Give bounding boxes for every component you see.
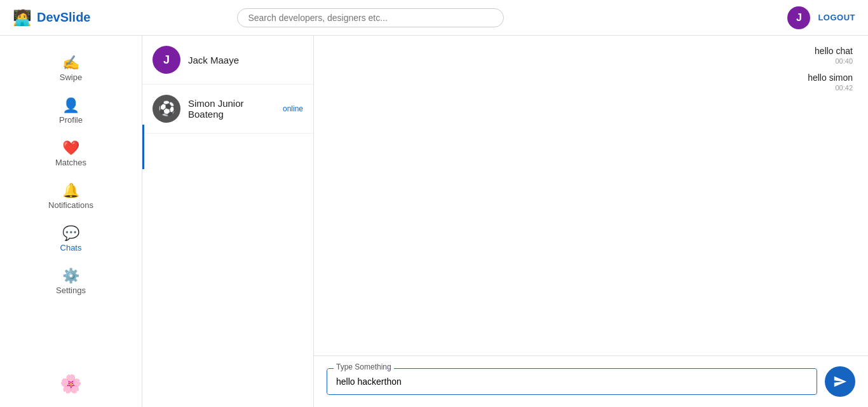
logo-icon: 🧑‍💻: [13, 9, 32, 27]
profile-icon: 👤: [62, 97, 79, 114]
notifications-icon: 🔔: [62, 183, 79, 199]
message-text-2: hello simon: [808, 72, 853, 83]
online-badge: online: [283, 104, 303, 113]
swipe-icon: ✍️: [62, 55, 79, 71]
sidebar-item-matches[interactable]: ❤️ Matches: [0, 131, 142, 174]
sidebar-item-label-matches: Matches: [55, 158, 86, 167]
logo-text: DevSlide: [37, 10, 90, 25]
sidebar-bottom: 🌸: [0, 373, 142, 407]
sidebar-item-notifications[interactable]: 🔔 Notifications: [0, 174, 142, 216]
chat-input-area: Type Something: [314, 355, 868, 407]
send-icon: [833, 375, 847, 389]
message-time-2: 00:42: [835, 84, 853, 92]
sidebar-item-settings[interactable]: ⚙️ Settings: [0, 259, 142, 301]
app-header: 🧑‍💻 DevSlide J LOGOUT: [0, 0, 868, 36]
sidebar-item-label-settings: Settings: [56, 286, 86, 295]
search-container: [237, 8, 504, 27]
chat-list-item-jack[interactable]: J Jack Maaye: [142, 36, 313, 85]
sidebar: ✍️ Swipe 👤 Profile ❤️ Matches 🔔 Notifica…: [0, 36, 142, 407]
logout-button[interactable]: LOGOUT: [818, 13, 855, 22]
header-right: J LOGOUT: [787, 6, 855, 29]
message-group-2: hello simon 00:42: [329, 72, 853, 92]
chats-icon: 💬: [62, 225, 79, 242]
jack-avatar: J: [153, 46, 180, 74]
simon-name: Simon Junior Boateng: [188, 98, 271, 120]
sidebar-item-chats[interactable]: 💬 Chats: [0, 216, 142, 259]
sidebar-item-label-profile: Profile: [59, 115, 83, 125]
active-indicator: [142, 125, 144, 169]
input-wrapper: Type Something: [327, 368, 817, 395]
chat-main: hello chat 00:40 hello simon 00:42 Type …: [314, 36, 868, 407]
chat-list-panel: J Jack Maaye ⚽ Simon Junior Boateng onli…: [142, 36, 314, 407]
chat-list-item-simon[interactable]: ⚽ Simon Junior Boateng online: [142, 85, 313, 134]
logo-link[interactable]: 🧑‍💻 DevSlide: [13, 9, 90, 27]
message-group-1: hello chat 00:40: [329, 46, 853, 65]
flower-icon: 🌸: [60, 373, 82, 394]
sidebar-item-profile[interactable]: 👤 Profile: [0, 88, 142, 131]
sidebar-item-label-swipe: Swipe: [60, 72, 82, 82]
chat-text-input[interactable]: [327, 369, 817, 394]
jack-name: Jack Maaye: [188, 55, 239, 66]
input-label: Type Something: [334, 362, 394, 371]
message-time-1: 00:40: [835, 57, 853, 65]
main-layout: ✍️ Swipe 👤 Profile ❤️ Matches 🔔 Notifica…: [0, 36, 868, 407]
sidebar-item-label-chats: Chats: [60, 243, 82, 252]
sidebar-item-swipe[interactable]: ✍️ Swipe: [0, 46, 142, 88]
message-text-1: hello chat: [815, 46, 853, 56]
search-input[interactable]: [237, 8, 504, 27]
sidebar-item-label-notifications: Notifications: [48, 200, 93, 210]
user-avatar: J: [787, 6, 810, 29]
simon-avatar: ⚽: [153, 95, 180, 123]
chat-messages: hello chat 00:40 hello simon 00:42: [314, 36, 868, 355]
matches-icon: ❤️: [62, 140, 79, 156]
settings-icon: ⚙️: [62, 268, 79, 284]
send-button[interactable]: [825, 366, 855, 397]
